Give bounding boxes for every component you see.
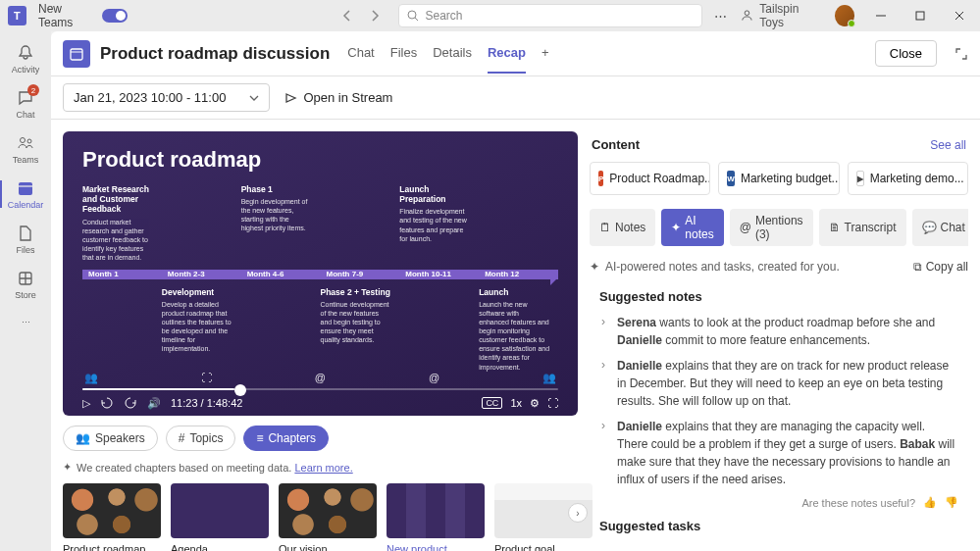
tab-chat[interactable]: Chat <box>347 33 374 74</box>
chapter-title: New product roadmap <box>387 542 485 551</box>
speakers-icon: 👥 <box>76 431 90 445</box>
mention-marker-icon: @ <box>315 372 326 384</box>
notes-feedback: Are these notes useful? 👍 👎 <box>590 492 968 513</box>
pill-speakers[interactable]: 👥Speakers <box>63 426 158 451</box>
chapter-title: Product roadmap review <box>63 542 161 551</box>
thumbs-down-icon[interactable]: 👎 <box>945 496 958 509</box>
rail-label: Files <box>16 245 34 255</box>
mention-marker-icon: @ <box>429 372 439 384</box>
titlebar: T New Teams Search ⋯ Tailspin Toys <box>0 0 980 31</box>
fullscreen-icon[interactable]: ⛶ <box>547 397 558 409</box>
volume-icon[interactable]: 🔊 <box>147 397 161 410</box>
file-card[interactable]: PProduct Roadmap... <box>590 162 710 195</box>
people-marker-icon: 👥 <box>84 372 98 384</box>
more-icon[interactable]: ⋯ <box>714 9 727 24</box>
learn-more-link[interactable]: Learn more. <box>294 462 352 474</box>
scrubber-handle-icon[interactable] <box>234 384 246 396</box>
rail-files[interactable]: Files <box>0 218 51 261</box>
see-all-link[interactable]: See all <box>930 138 966 152</box>
close-button[interactable]: Close <box>875 40 937 67</box>
file-card[interactable]: WMarketing budget... <box>718 162 839 195</box>
chapter-item[interactable]: Our vision 39:08 <box>279 483 377 551</box>
rail-teams[interactable]: Teams <box>0 127 51 171</box>
ai-hint: ✦AI-powered notes and tasks, created for… <box>590 256 968 283</box>
cc-icon[interactable]: CC <box>482 397 502 409</box>
teams-icon <box>16 133 35 153</box>
pill-chapters[interactable]: ≡Chapters <box>243 426 329 451</box>
page-header: Product roadmap discussion Chat Files De… <box>51 31 980 76</box>
tpill-chat[interactable]: 💬Chat <box>912 209 968 246</box>
chapter-item[interactable]: Product roadmap review <box>63 483 161 551</box>
chapter-item[interactable]: Agenda 39:08 <box>171 483 269 551</box>
user-avatar[interactable] <box>835 5 854 26</box>
tab-files[interactable]: Files <box>390 33 417 74</box>
date-picker[interactable]: Jan 21, 2023 10:00 - 11:00 <box>63 83 270 112</box>
org-switcher[interactable]: Tailspin Toys <box>741 2 820 29</box>
subheader: Jan 21, 2023 10:00 - 11:00 Open in Strea… <box>51 76 980 120</box>
new-teams-toggle[interactable]: New Teams <box>38 2 129 29</box>
rail-activity[interactable]: Activity <box>0 37 51 80</box>
tpill-mentions[interactable]: @Mentions (3) <box>730 209 813 246</box>
chapter-item[interactable]: New product roadmap 39:08 <box>387 483 485 551</box>
minimize-icon[interactable] <box>868 2 894 29</box>
sparkle-icon: ✦ <box>671 221 681 234</box>
pill-topics[interactable]: #Topics <box>166 426 236 451</box>
svg-rect-7 <box>71 49 82 60</box>
expand-icon[interactable] <box>954 47 968 61</box>
tab-details[interactable]: Details <box>433 33 472 74</box>
copy-all-button[interactable]: ⧉Copy all <box>913 260 968 274</box>
stream-icon <box>284 91 297 105</box>
more-icon: ⋯ <box>22 318 30 327</box>
search-icon <box>407 10 419 22</box>
settings-icon[interactable]: ⚙ <box>530 397 540 410</box>
video-scrubber[interactable] <box>82 388 558 390</box>
tpill-ai-notes[interactable]: ✦AI notes <box>661 209 723 246</box>
play-icon[interactable]: ▷ <box>82 397 90 410</box>
svg-rect-2 <box>916 12 924 20</box>
rail-label: Activity <box>12 65 40 75</box>
search-input[interactable]: Search <box>398 4 702 27</box>
view-pills: 👥Speakers #Topics ≡Chapters <box>63 426 578 451</box>
video-title: Product roadmap <box>82 147 558 173</box>
chat-badge: 2 <box>27 84 39 96</box>
speed-control[interactable]: 1x <box>510 397 522 409</box>
note-item: Danielle explains that they are managing… <box>599 414 958 492</box>
file-card[interactable]: ▶Marketing demo... <box>848 162 968 195</box>
store-icon <box>16 269 35 288</box>
nav-back-icon[interactable] <box>335 4 359 27</box>
chevron-down-icon <box>249 93 259 103</box>
skip-back-icon[interactable] <box>100 396 114 410</box>
rail-store[interactable]: Store <box>0 263 51 306</box>
ppt-icon: P <box>598 171 603 186</box>
tpill-notes[interactable]: 🗒Notes <box>590 209 655 246</box>
toggle-switch-icon[interactable] <box>102 9 128 23</box>
chapters-next-icon[interactable]: › <box>568 503 588 523</box>
chat-icon: 💬 <box>922 221 937 234</box>
chapter-title: Agenda <box>171 542 269 551</box>
video-player[interactable]: Product roadmap Market Research and Cust… <box>63 131 578 416</box>
rail-label: Calendar <box>8 200 44 210</box>
notes-icon: 🗒 <box>599 221 611 234</box>
file-name: Product Roadmap... <box>609 172 710 185</box>
chapter-title: Our vision <box>279 542 377 551</box>
maximize-icon[interactable] <box>907 2 933 29</box>
rail-chat[interactable]: 2 Chat <box>0 82 51 125</box>
nav-forward-icon[interactable] <box>363 4 387 27</box>
chapters-info: ✦ We created chapters based on meeting d… <box>63 461 578 474</box>
thumbs-up-icon[interactable]: 👍 <box>923 496 937 509</box>
doc-icon: W <box>727 171 735 186</box>
tab-add[interactable]: + <box>542 33 549 74</box>
skip-fwd-icon[interactable] <box>124 396 137 410</box>
chapters-icon: ≡ <box>256 431 263 445</box>
open-in-stream[interactable]: Open in Stream <box>284 90 392 105</box>
tpill-transcript[interactable]: 🗎Transcript <box>819 209 906 246</box>
chapter-title: Product goal <box>494 542 593 551</box>
close-window-icon[interactable] <box>947 2 972 29</box>
rail-calendar[interactable]: Calendar <box>0 173 51 216</box>
tab-recap[interactable]: Recap <box>488 33 526 74</box>
content-heading: Content <box>592 137 640 152</box>
chapter-thumb <box>387 483 485 538</box>
new-teams-label: New Teams <box>38 2 96 29</box>
rail-more[interactable]: ⋯ <box>0 308 51 337</box>
suggested-notes-heading: Suggested notes <box>590 289 968 304</box>
